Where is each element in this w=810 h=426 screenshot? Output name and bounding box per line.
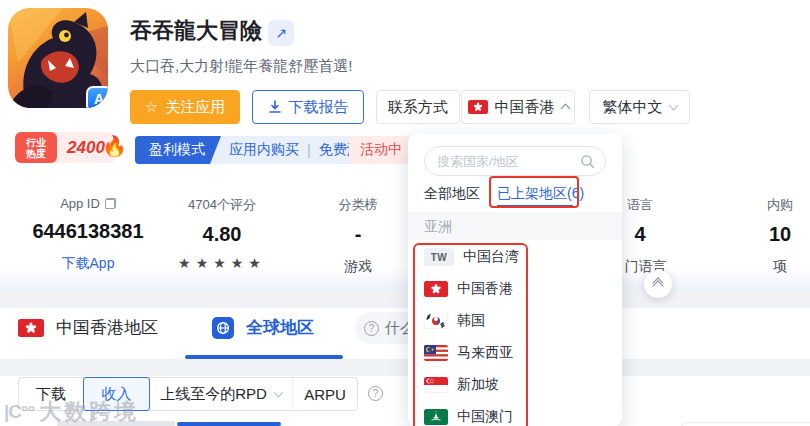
- globe-icon: [212, 317, 234, 339]
- stat-rating: 4704个评分 4.80 ★★★★★: [152, 196, 292, 271]
- language-selector-label: 繁体中文: [603, 98, 663, 117]
- download-report-button[interactable]: 下载报告: [252, 90, 364, 124]
- flame-icon: 🔥: [102, 134, 127, 158]
- region-item-korea[interactable]: 韩国: [424, 311, 485, 331]
- region-search-box[interactable]: [424, 146, 606, 176]
- rating-value: 4.80: [152, 223, 292, 246]
- region-item-malaysia[interactable]: 马来西亚: [424, 343, 513, 363]
- stat-app-id: App ID 6446138381 下载App: [18, 196, 158, 273]
- watermark-logo: |C°°: [4, 401, 34, 423]
- dropdown-tab-underline: [497, 205, 573, 207]
- category-rank-value: -: [288, 223, 428, 246]
- tab-global-region[interactable]: 全球地区: [212, 316, 314, 339]
- section-divider: [0, 359, 810, 376]
- region-item-hong-kong[interactable]: 中国香港: [424, 279, 513, 299]
- hong-kong-flag-icon: [468, 100, 488, 114]
- active-tab-underline: [185, 355, 343, 359]
- watermark-text: 大数跨境: [39, 397, 139, 426]
- region-item-taiwan[interactable]: TW 中国台湾: [424, 247, 519, 267]
- industry-heat-badge: 行业热度 2400 🔥: [15, 132, 115, 163]
- iap-label: 内购: [710, 196, 810, 214]
- question-circle-icon: ?: [364, 321, 379, 336]
- language-selector[interactable]: 繁体中文: [589, 90, 690, 124]
- singapore-flag-icon: [424, 377, 448, 393]
- region-search-input[interactable]: [437, 154, 580, 169]
- tag-activity: 活动中: [349, 136, 413, 164]
- external-link-icon[interactable]: ↗: [268, 20, 294, 46]
- search-icon: [580, 154, 595, 169]
- iap-value: 10: [710, 223, 810, 246]
- dropdown-tab-listed-regions[interactable]: 已上架地区(6): [497, 185, 584, 203]
- copy-icon[interactable]: [105, 198, 116, 209]
- star-icon: ☆: [145, 98, 158, 116]
- hong-kong-flag-icon: [18, 319, 44, 337]
- tab-hk-region[interactable]: 中国香港地区: [18, 316, 158, 339]
- tag-iap: 应用内购买: [229, 141, 299, 159]
- heat-label: 行业热度: [15, 132, 57, 163]
- watermark: |C°° 大数跨境: [4, 397, 139, 426]
- page-title: 吞吞龍大冒險: [130, 16, 262, 46]
- dropdown-tab-all-regions[interactable]: 全部地区: [424, 185, 480, 203]
- collapse-panel-button[interactable]: [644, 270, 672, 298]
- hidden-tab-underline: [177, 422, 281, 426]
- app-icon: A: [8, 8, 108, 108]
- app-id-value: 6446138381: [18, 220, 158, 243]
- region-selector-label: 中国香港: [495, 98, 555, 117]
- app-subtitle: 大口吞,大力射!龍年養龍舒壓首選!: [130, 57, 353, 76]
- stat-category-rank: 分类榜 - 游戏: [288, 196, 428, 276]
- metric-help-icon[interactable]: ?: [368, 386, 383, 401]
- next-card-edge: [680, 422, 810, 426]
- tab-hk-label: 中国香港地区: [56, 316, 158, 339]
- south-korea-flag-icon: [424, 313, 448, 329]
- tag-monetization: 盈利模式: [135, 136, 221, 164]
- download-icon: [268, 100, 282, 114]
- app-id-label: App ID: [60, 196, 100, 211]
- iap-sub: 项: [710, 258, 810, 276]
- rating-stars: ★★★★★: [152, 255, 292, 271]
- category-rank-sub: 游戏: [288, 258, 428, 276]
- category-rank-label: 分类榜: [288, 196, 428, 214]
- tab-global-label: 全球地区: [246, 316, 314, 339]
- malaysia-flag-icon: [424, 345, 448, 361]
- tab-arpu[interactable]: ARPU: [292, 378, 357, 410]
- follow-label: 关注应用: [165, 98, 225, 117]
- app-detail-page: A 吞吞龍大冒險 ↗ 大口吞,大力射!龍年養龍舒壓首選! ☆ 关注应用 下载报告…: [0, 0, 810, 426]
- follow-app-button[interactable]: ☆ 关注应用: [130, 90, 240, 124]
- hong-kong-flag-icon: [424, 281, 448, 297]
- tab-rpd[interactable]: 上线至今的RPD: [150, 378, 292, 410]
- download-report-label: 下载报告: [289, 98, 349, 117]
- taiwan-code-badge: TW: [424, 248, 454, 266]
- chevron-down-icon: [273, 388, 283, 398]
- region-item-macau[interactable]: 中国澳门: [424, 407, 513, 426]
- stat-iap: 内购 10 项: [710, 196, 810, 276]
- section-divider: [0, 290, 810, 308]
- region-selector[interactable]: 中国香港: [461, 90, 575, 124]
- group-header-asia: 亚洲: [408, 212, 622, 240]
- tab-rpd-label: 上线至今的RPD: [160, 385, 267, 404]
- region-item-singapore[interactable]: 新加坡: [424, 375, 499, 395]
- download-app-link[interactable]: 下载App: [18, 255, 158, 273]
- region-dropdown-panel: 全部地区 已上架地区(6) 亚洲 TW 中国台湾 中国香港 韩国: [408, 134, 622, 426]
- tag-divider: |: [307, 142, 311, 158]
- macau-flag-icon: [424, 409, 448, 425]
- app-store-badge-icon: A: [86, 86, 108, 108]
- contact-button[interactable]: 联系方式: [376, 90, 460, 124]
- chevron-up-icon: [560, 104, 570, 114]
- rating-count-label: 4704个评分: [152, 196, 292, 214]
- contact-label: 联系方式: [388, 98, 448, 117]
- chevron-down-icon: [668, 101, 678, 111]
